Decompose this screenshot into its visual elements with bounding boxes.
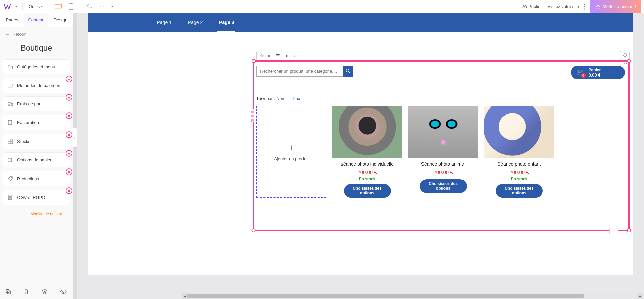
align-center-icon[interactable]: ☰ [275,53,281,59]
sliders-icon [8,158,14,162]
plus-icon: + [288,142,294,154]
premium-badge-icon: ★ [66,76,72,82]
logo-dropdown[interactable]: ▾ [13,5,19,8]
premium-badge-icon: ★ [66,94,72,101]
sort-by-price[interactable]: Prix [293,96,300,101]
resize-handle-tl[interactable] [252,59,256,63]
drag-handle-left[interactable] [251,109,254,122]
tab-pages[interactable]: Pages [0,13,24,27]
more-menu[interactable] [582,0,587,13]
redo-button[interactable] [96,0,108,13]
choose-options-button[interactable]: Choisissez des options [496,184,543,198]
undo-button[interactable] [84,0,95,13]
boxes-icon [8,139,14,144]
add-product-card[interactable]: + Ajouter un produit [256,106,326,198]
duplicate-icon[interactable] [5,289,13,295]
menu-shipping[interactable]: Frais de port ★ [3,96,70,111]
menu-categories[interactable]: Catégories et menu [3,59,70,74]
sidebar: Pages Contenu Design ← Retour Boutique C… [0,13,73,299]
svg-point-23 [346,69,349,72]
history-dropdown[interactable]: ▾ [109,5,115,8]
scroll-left-arrow[interactable]: ◂ [182,293,187,299]
favorite-icon[interactable]: ☆ [259,53,265,59]
svg-point-22 [63,291,64,292]
align-stretch-icon[interactable]: ↔ [291,53,297,59]
add-product-label: Ajouter un produit [274,156,309,161]
svg-point-7 [8,104,9,105]
back-button[interactable]: ← Retour [0,27,73,41]
publish-button[interactable]: Publier [519,0,545,13]
product-card[interactable]: Séance photo animal 200.00 € Choisissez … [408,106,478,198]
choose-options-button[interactable]: Choisissez des options [344,184,391,198]
product-card[interactable]: séance photo individuelle 200.00 € En st… [332,106,402,198]
align-right-icon[interactable]: ⇥ [283,53,289,59]
clipboard-icon [8,120,14,125]
svg-rect-21 [7,291,10,294]
menu-billing[interactable]: Facturation ★ [3,115,70,130]
preview-icon[interactable] [60,289,67,294]
scrollbar-thumb[interactable] [187,294,584,298]
menu-terms[interactable]: CGV et RGPD ★ [3,190,70,205]
resize-handle-bl[interactable] [252,228,256,232]
product-card[interactable]: Séance photo enfant 200.00 € En stock Ch… [484,106,554,198]
cart-button[interactable]: 🛒 0 Panier 0.00 € [571,66,625,79]
svg-point-16 [11,159,12,160]
menu-cart-options[interactable]: Options de panier ★ [3,152,70,167]
svg-rect-6 [8,84,13,87]
modify-design-link[interactable]: Modifier le design → [0,205,73,223]
tab-design[interactable]: Design [48,13,73,27]
page-tab-1[interactable]: Page 1 [156,14,173,32]
resize-handle-br[interactable] [627,228,631,232]
svg-point-15 [9,158,10,159]
spacing-handle[interactable]: ⇕ [609,228,618,234]
separator [49,3,49,10]
product-name: séance photo individuelle [341,161,394,167]
menu-discounts[interactable]: Réductions ★ [3,171,70,186]
truck-icon [8,102,14,106]
premium-badge-icon: ★ [66,168,72,175]
visit-site-button[interactable]: Visitez votre site [545,0,582,13]
product-stock: En stock [359,177,375,181]
sort-by-name[interactable]: Nom ↑ [276,96,289,101]
menu-stocks[interactable]: Stocks ★ [3,134,70,149]
product-name: Séance photo animal [421,161,466,167]
page-tab-3[interactable]: Page 3 [217,14,235,32]
cart-label: Panier [589,68,601,72]
product-search [256,66,626,77]
search-input[interactable] [256,66,343,77]
device-mobile-button[interactable] [65,0,77,13]
align-left-icon[interactable]: ⇤ [267,53,273,59]
scroll-right-arrow[interactable]: ▸ [637,293,643,299]
upgrade-button[interactable]: Mettez à niveau ! [590,0,641,13]
product-price: 200.00 € [509,169,529,175]
resize-handle-tr[interactable] [627,59,631,63]
device-desktop-button[interactable] [52,0,64,13]
menu-label: Facturation [17,120,39,125]
cart-count-badge: 0 [581,73,586,78]
menu-label: Options de panier [17,157,52,162]
horizontal-scrollbar[interactable]: ◂ ▸ [187,293,637,298]
menu-label: Stocks [17,139,30,144]
choose-options-button[interactable]: Choisissez des options [420,179,467,193]
card-icon [8,83,14,88]
reset-widget-button[interactable] [620,51,630,59]
search-button[interactable] [343,66,353,77]
tools-label: Outils [29,4,40,9]
back-label: Retour [12,32,26,37]
collapse-sidebar-handle[interactable]: ‹ [73,128,77,148]
menu-payment[interactable]: Méthodes de paiement ★ [3,78,70,93]
trash-icon[interactable] [24,289,31,295]
canvas-area: Page 1 Page 2 Page 3 ☆ ⇤ ☰ ⇥ ↔ ⋯ [77,13,644,299]
page-canvas[interactable]: Page 1 Page 2 Page 3 ☆ ⇤ ☰ ⇥ ↔ ⋯ [88,13,633,275]
page-tab-2[interactable]: Page 2 [187,14,204,32]
document-icon [8,195,14,200]
svg-point-5 [584,8,585,9]
tab-content[interactable]: Contenu [24,13,48,27]
product-price: 200.00 € [357,169,377,175]
tools-menu[interactable]: Outils▾ [26,0,45,13]
product-grid: + Ajouter un produit séance photo indivi… [256,106,626,198]
app-logo[interactable] [3,2,12,11]
layers-icon[interactable] [42,289,49,295]
svg-point-4 [584,6,585,7]
panel-title: Boutique [0,41,73,59]
